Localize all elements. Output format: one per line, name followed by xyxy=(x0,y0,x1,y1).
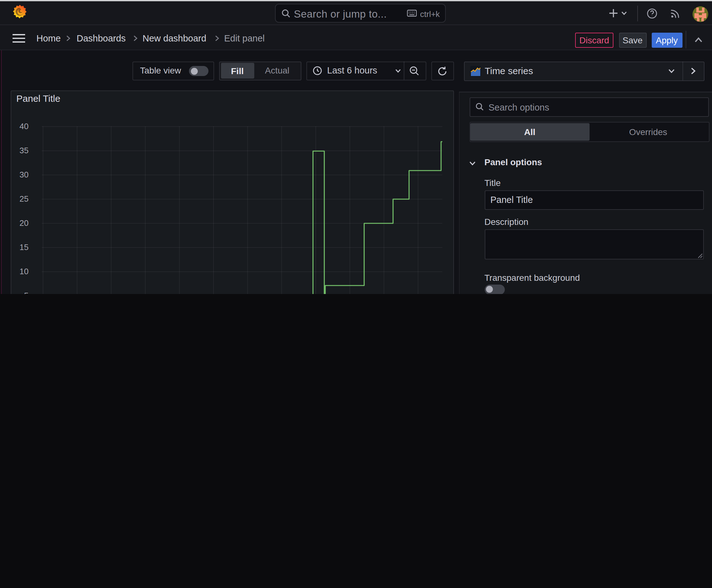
svg-text:40: 40 xyxy=(19,121,28,131)
svg-text:10: 10 xyxy=(19,266,28,276)
svg-text:25: 25 xyxy=(19,194,28,203)
svg-text:20: 20 xyxy=(19,218,28,227)
svg-text:5: 5 xyxy=(24,291,28,294)
svg-text:30: 30 xyxy=(19,170,28,179)
svg-text:15: 15 xyxy=(19,242,28,252)
svg-text:35: 35 xyxy=(19,145,28,155)
